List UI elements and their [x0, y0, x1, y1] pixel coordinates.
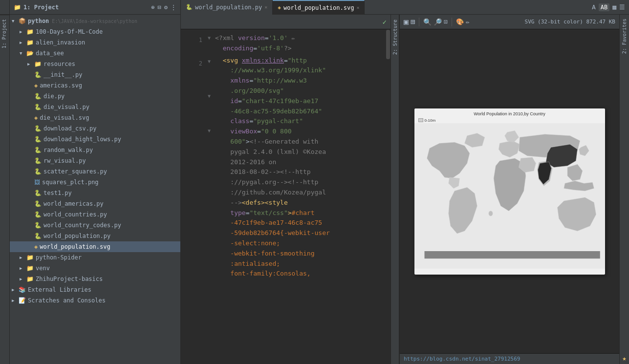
project-title: 1: Project — [23, 4, 59, 11]
tree-item-rw[interactable]: 🐍 random_walk.py — [10, 145, 180, 155]
tree-label-americas-svg: americas.svg — [40, 82, 82, 89]
tree-label-test1: test1.py — [43, 190, 72, 196]
editor-content-area: 1 2 ▼ ▼ ▼ ▼ — [181, 29, 390, 364]
py-icon-dhl: 🐍 — [34, 136, 42, 143]
sidebar-toggle[interactable] — [0, 0, 10, 14]
star-icon[interactable]: ★ — [622, 354, 626, 362]
folder-icon-venv: 📁 — [26, 265, 34, 272]
fold-marker-1[interactable]: ▼ — [208, 35, 211, 41]
fold-marker-2c[interactable]: ▼ — [208, 128, 211, 133]
tab-svg[interactable]: ◈ world_population.svg ✕ — [273, 0, 365, 15]
tree-label-squares-png: squares_plct.png — [42, 179, 99, 186]
line-numbers: 1 2 — [181, 29, 205, 364]
tree-label-extlib: External Libraries — [28, 286, 91, 293]
fold-marker-2b[interactable]: ▼ — [208, 93, 211, 99]
font-icon[interactable]: A — [592, 3, 596, 11]
tree-label-wpop-py: world_population.py — [43, 233, 110, 239]
tree-item-scratches[interactable]: ▶ 📝 Scratches and Consoles — [10, 295, 180, 306]
svg-file-icon: ◈ — [278, 4, 281, 11]
panel-icon-collapse[interactable]: ⊟ — [158, 4, 161, 11]
layout-icon[interactable]: ☰ — [619, 3, 625, 11]
tree-item-pyspider[interactable]: ▶ 📁 python-Spider — [10, 252, 180, 263]
tree-item-python[interactable]: ▼ 📦 python E:\JAVA\Idea-workspace\python — [10, 16, 180, 26]
tab-py-close[interactable]: ✕ — [264, 4, 267, 10]
folder-icon-pyspider: 📁 — [26, 254, 34, 261]
tree-item-zhihu[interactable]: ▶ 📁 ZhihuProject-basics — [10, 274, 180, 284]
preview-separator — [419, 18, 419, 26]
tree-label-rw-visual: rw_visual.py — [43, 157, 86, 164]
tree-item-world-countries[interactable]: 🐍 world_countries.py — [10, 209, 180, 220]
tree-item-die[interactable]: 🐍 die.py — [10, 91, 180, 102]
svg-icon-die-visual: ◈ — [34, 114, 38, 121]
preview-panel: ▣ ⊞ 🔍 🔎 ⊡ 🎨 ✏ SVG (32-bit color) 872.47 … — [399, 15, 619, 364]
preview-icon-grid[interactable]: ▣ — [404, 17, 409, 26]
folder-icon-mlcode: 📁 — [26, 28, 34, 35]
preview-color-icon[interactable]: 🎨 — [456, 18, 464, 25]
checkmark-icon[interactable]: ✓ — [383, 18, 387, 26]
tree-item-test1[interactable]: 🐍 test1.py — [10, 188, 180, 198]
preview-icon-layout[interactable]: ⊞ — [411, 17, 415, 26]
panel-icon-expand[interactable]: ⊕ — [151, 4, 154, 11]
tree-label-alien: alien_invasion — [36, 39, 85, 46]
tree-item-die-visual[interactable]: 🐍 die_visual.py — [10, 102, 180, 112]
tree-item-americas-svg[interactable]: ◈ americas.svg — [10, 80, 180, 91]
tab-2-structure[interactable]: 2: Structure — [391, 15, 399, 60]
editor-scrollbar[interactable] — [386, 29, 390, 364]
preview-fit[interactable]: ⊡ — [444, 18, 448, 25]
tree-item-venv[interactable]: ▶ 📁 venv — [10, 263, 180, 274]
panel-icon-gear[interactable]: ⚙ — [164, 4, 168, 11]
tree-item-wpop-py[interactable]: 🐍 world_population.py — [10, 231, 180, 241]
py-icon-dcsv: 🐍 — [34, 125, 42, 132]
folder-icon-zhihu: 📁 — [26, 276, 34, 282]
editor-scrollbar-thumb[interactable] — [386, 30, 390, 59]
tab-py[interactable]: 🐍 world_population.py ✕ — [181, 0, 273, 15]
py-icon-scatter: 🐍 — [34, 168, 42, 175]
panel-icon-more[interactable]: ⋮ — [171, 4, 176, 11]
ab-icon[interactable]: AB — [599, 3, 609, 11]
code-editor: ✓ 1 2 ▼ — [181, 15, 390, 364]
tree-item-squares-png[interactable]: 🖼 squares_plct.png — [10, 177, 180, 188]
folder-icon-extlib: 📚 — [19, 286, 26, 293]
tree-label-zhihu: ZhihuProject-basics — [36, 276, 103, 282]
tree-item-extlib[interactable]: ▶ 📚 External Libraries — [10, 284, 180, 295]
fold-marker-2a[interactable]: ▼ — [208, 59, 211, 64]
code-content[interactable]: <?xml version='1.0' ✏ encoding='utf-8'?>… — [213, 29, 386, 364]
tree-label-datasee: data_see — [36, 50, 64, 57]
preview-edit-icon[interactable]: ✏ — [466, 18, 470, 25]
svg-icon-americas: ◈ — [34, 82, 38, 89]
folder-icon-scratches: 📝 — [19, 297, 26, 304]
tree-label-die-visual-svg: die_visual.svg — [40, 114, 89, 121]
tree-item-scatter[interactable]: 🐍 scatter_squares.py — [10, 166, 180, 177]
tree-item-rw-visual[interactable]: 🐍 rw_visual.py — [10, 155, 180, 166]
preview-zoom-out[interactable]: 🔍 — [423, 18, 432, 26]
tab-svg-close[interactable]: ✕ — [356, 5, 359, 10]
py-icon-wam: 🐍 — [34, 200, 42, 207]
folder-icon-alien: 📁 — [26, 39, 34, 46]
tree-item-datasee[interactable]: ▼ 📂 data_see — [10, 48, 180, 59]
tree-item-init[interactable]: 🐍 __init__.py — [10, 69, 180, 80]
tree-label-scratches: Scratches and Consoles — [28, 297, 106, 304]
py-icon-test1: 🐍 — [34, 190, 42, 196]
project-tree: ▼ 📦 python E:\JAVA\Idea-workspace\python… — [10, 15, 180, 364]
tree-item-wpop-svg[interactable]: ◈ world_population.svg — [10, 241, 180, 252]
svg-icon-wpop: ◈ — [34, 243, 38, 250]
folder-icon-resources: 📁 — [34, 61, 42, 67]
left-tab-strip: 1: Project — [0, 15, 10, 364]
tree-item-die-visual-svg[interactable]: ◈ die_visual.svg — [10, 112, 180, 123]
preview-file-info: SVG (32-bit color) 872.47 KB — [525, 19, 615, 25]
grid-icon[interactable]: ▦ — [612, 3, 616, 11]
tree-item-download-csv[interactable]: 🐍 download_csv.py — [10, 123, 180, 134]
tab-2-favorites[interactable]: 2: Favorites — [620, 15, 629, 58]
line-num-1: 1 — [181, 33, 205, 53]
tab-svg-label: world_population.svg — [283, 4, 354, 11]
project-icon: 📁 — [14, 4, 21, 11]
tree-item-alien[interactable]: ▶ 📁 alien_invasion — [10, 37, 180, 48]
tree-label-die-visual: die_visual.py — [43, 104, 89, 110]
tree-item-world-americas[interactable]: 🐍 world_americas.py — [10, 198, 180, 209]
tree-item-download-hl[interactable]: 🐍 download_hight_lows.py — [10, 134, 180, 145]
preview-zoom-in[interactable]: 🔎 — [434, 18, 442, 26]
tree-item-resources[interactable]: ▶ 📁 resources — [10, 59, 180, 69]
tab-1-project[interactable]: 1: Project — [0, 15, 9, 52]
tree-item-mlcode[interactable]: ▶ 📁 100-Days-Of-ML-Code — [10, 26, 180, 37]
tree-item-world-cc[interactable]: 🐍 world_country_codes.py — [10, 220, 180, 231]
